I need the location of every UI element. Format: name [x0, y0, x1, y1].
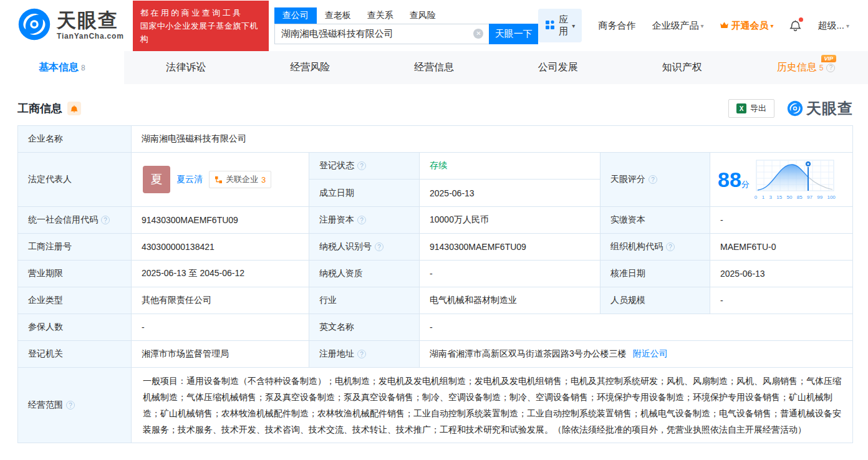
vip-label: 开通会员: [731, 20, 768, 32]
table-row: 登记机关 湘潭市市场监督管理局 注册地址 ? 湖南省湘潭市高新区双马街道茶园路3…: [18, 341, 852, 368]
table-row: 经营范围 ? 一般项目：通用设备制造（不含特种设备制造）；电机制造；发电机及发电…: [18, 368, 852, 443]
field-taxpayer-id-label: 纳税人识别号 ?: [309, 234, 420, 260]
tab-company-development[interactable]: 公司发展: [496, 51, 620, 84]
field-taxpayer-id-value: 91430300MAEMF6TU09: [420, 234, 600, 260]
nav-cooperation[interactable]: 商务合作: [598, 20, 635, 32]
export-label: 导出: [750, 103, 766, 114]
field-business-scope-label: 经营范围 ?: [18, 368, 132, 443]
tab-intellectual-property[interactable]: 知识产权: [620, 51, 744, 84]
export-button[interactable]: X 导出: [728, 99, 774, 118]
apps-menu-button[interactable]: 应用 ▾: [538, 9, 582, 42]
legal-rep-avatar[interactable]: 夏: [143, 166, 170, 193]
search-tab-relation[interactable]: 查关系: [359, 7, 402, 24]
help-icon[interactable]: ?: [357, 216, 366, 224]
field-reg-number-label: 工商注册号: [18, 234, 132, 260]
vip-badge: VIP: [821, 55, 837, 62]
help-icon[interactable]: ?: [357, 161, 366, 170]
tab-legal-proceedings[interactable]: 法律诉讼: [124, 51, 248, 84]
field-reg-status-label: 登记状态 ?: [309, 153, 420, 180]
field-staff-size-value: -: [710, 287, 852, 314]
chevron-down-icon: ▾: [572, 22, 575, 29]
field-legal-rep-label: 法定代表人: [18, 153, 132, 206]
nav-user-account[interactable]: 超级... ▾: [817, 20, 849, 32]
help-icon[interactable]: ?: [826, 64, 835, 72]
help-icon[interactable]: ?: [66, 401, 75, 410]
table-row: 企业类型 其他有限责任公司 行业 电气机械和器材制造业 人员规模 -: [18, 287, 852, 314]
score-value: 88: [718, 168, 741, 191]
help-icon[interactable]: ?: [666, 242, 675, 251]
watermark-text: 天眼查: [806, 98, 853, 118]
tab-label: 历史信息: [777, 61, 817, 74]
tab-label: 知识产权: [662, 61, 702, 74]
field-approval-date-value: 2025-06-13: [710, 261, 852, 287]
field-reg-capital-label: 注册资本 ?: [309, 207, 420, 233]
chevron-down-icon: ▾: [846, 22, 849, 29]
field-industry-label: 行业: [309, 287, 420, 314]
nearby-companies-link[interactable]: 附近公司: [633, 348, 668, 360]
table-row: 工商注册号 430300000138421 纳税人识别号 ? 91430300M…: [18, 234, 852, 261]
field-reg-number-value: 430300000138421: [132, 234, 309, 260]
field-english-name-value: -: [420, 314, 852, 340]
field-company-type-label: 企业类型: [18, 287, 132, 314]
related-companies-count: 3: [261, 175, 266, 184]
status-badge: 存续: [430, 160, 447, 171]
table-row: 法定代表人 夏 夏云清 关联企业 3 登记状态 ? 存续 成立日期 2025-0…: [18, 153, 852, 207]
tab-basic-info[interactable]: 基本信息 8: [0, 51, 124, 84]
score-distribution-chart: 0131550859799100: [755, 160, 836, 200]
score-axis: 0131550859799100: [755, 194, 836, 200]
field-taxpayer-quality-value: -: [420, 261, 600, 287]
tab-label: 经营信息: [414, 61, 454, 74]
notification-red-dot: [799, 17, 803, 22]
tianyancha-logo[interactable]: 天眼查 TianYanCha.com: [17, 7, 124, 44]
tab-operation-risk[interactable]: 经营风险: [248, 51, 372, 84]
nav-open-vip[interactable]: 开通会员 ▾: [720, 20, 773, 32]
slogan-line2: 国家中小企业发展子基金旗下机构: [140, 19, 261, 46]
address-text: 湖南省湘潭市高新区双马街道茶园路3号办公楼三楼: [430, 348, 627, 360]
tab-label: 基本信息: [39, 61, 79, 74]
field-org-code-value: MAEMF6TU-0: [710, 234, 852, 260]
user-label: 超级...: [817, 20, 844, 32]
excel-icon: X: [736, 103, 746, 113]
search-button[interactable]: 天眼一下: [489, 24, 538, 44]
tab-operation-info[interactable]: 经营信息: [372, 51, 496, 84]
tab-history-info[interactable]: VIP 历史信息 5 ?: [744, 51, 868, 84]
clear-input-icon[interactable]: ✕: [473, 29, 483, 39]
search-tab-boss[interactable]: 查老板: [317, 7, 359, 24]
nav-enterprise-products[interactable]: 企业级产品 ▾: [652, 20, 703, 32]
field-insured-count-label: 参保人数: [18, 314, 132, 340]
brand-name: 天眼查: [57, 11, 124, 30]
slogan-line1: 都在用的商业查询工具: [140, 6, 261, 19]
field-paid-capital-value: -: [710, 207, 852, 233]
org-chart-icon: [215, 176, 223, 184]
brand-domain: TianYanCha.com: [57, 32, 124, 41]
help-icon[interactable]: ?: [101, 216, 110, 224]
help-icon[interactable]: ?: [375, 242, 383, 251]
help-icon[interactable]: ?: [649, 175, 657, 184]
search-input[interactable]: [274, 24, 489, 44]
subscribe-bell-icon[interactable]: [67, 102, 81, 115]
notification-bell-icon[interactable]: [789, 19, 801, 33]
field-legal-rep-value: 夏 夏云清 关联企业 3: [132, 153, 309, 206]
search-tab-company[interactable]: 查公司: [274, 7, 317, 24]
watermark-logo: 天眼查: [787, 98, 853, 118]
search-tab-risk[interactable]: 查风险: [402, 7, 444, 24]
search-module: 查公司 查老板 查关系 查风险 ✕ 天眼一下: [274, 7, 539, 44]
field-approval-date-label: 核准日期: [600, 261, 710, 287]
tab-label: 经营风险: [290, 61, 330, 74]
field-reg-authority-label: 登记机关: [18, 341, 132, 367]
top-nav: 应用 ▾ 商务合作 企业级产品 ▾ 开通会员 ▾ 超级... ▾: [538, 9, 849, 42]
tab-count: 8: [81, 64, 85, 72]
vip-crown-icon: [720, 21, 729, 31]
legal-rep-name-link[interactable]: 夏云清: [176, 174, 203, 185]
slogan-banner: 都在用的商业查询工具 国家中小企业发展子基金旗下机构: [133, 1, 269, 51]
field-company-name-value: 湖南湘电强磁科技有限公司: [132, 126, 852, 152]
help-icon[interactable]: ?: [357, 350, 366, 358]
related-companies-badge[interactable]: 关联企业 3: [209, 171, 271, 188]
field-reg-address-label: 注册地址 ?: [309, 341, 420, 367]
field-establish-date-label: 成立日期: [309, 180, 420, 206]
business-info-table: 企业名称 湖南湘电强磁科技有限公司 法定代表人 夏 夏云清 关联企业 3 登记状…: [17, 125, 853, 443]
field-taxpayer-quality-label: 纳税人资质: [309, 261, 420, 287]
field-business-term-value: 2025-06-13 至 2045-06-12: [132, 261, 309, 287]
tab-label: 法律诉讼: [166, 61, 206, 74]
score-unit: 分: [741, 180, 750, 189]
